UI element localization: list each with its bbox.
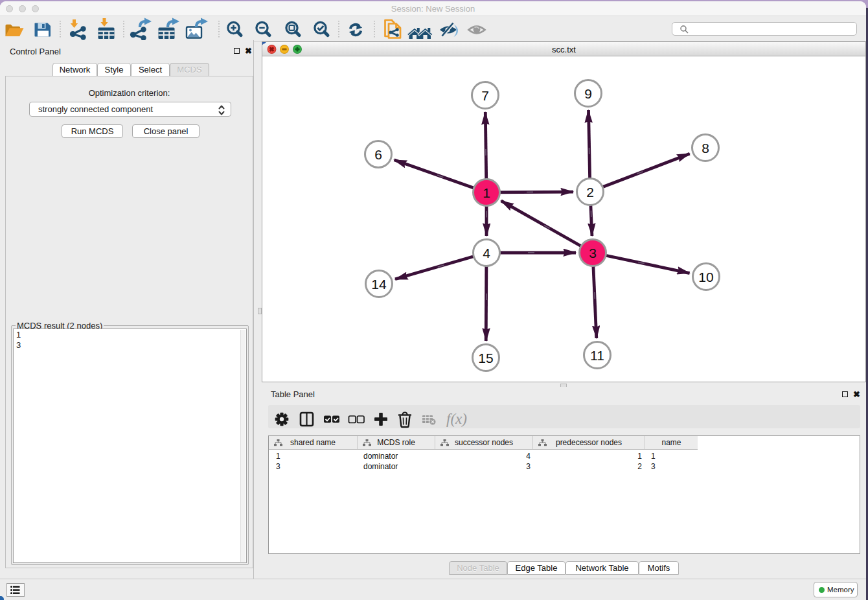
- svg-text:3: 3: [589, 246, 597, 260]
- svg-text:2: 2: [586, 185, 594, 200]
- svg-text:1: 1: [483, 185, 490, 200]
- svg-text:15: 15: [478, 351, 493, 365]
- svg-text:14: 14: [371, 277, 387, 292]
- svg-text:10: 10: [698, 270, 713, 284]
- svg-text:7: 7: [481, 88, 489, 103]
- svg-text:f(x): f(x): [446, 411, 467, 427]
- svg-text:4: 4: [483, 246, 490, 260]
- svg-text:8: 8: [702, 141, 709, 156]
- svg-text:6: 6: [374, 147, 382, 162]
- svg-text:9: 9: [584, 86, 592, 101]
- svg-text:11: 11: [590, 348, 604, 363]
